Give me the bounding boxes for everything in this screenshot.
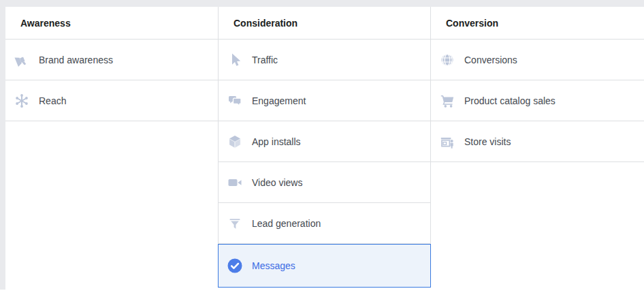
storefront-icon — [439, 134, 455, 150]
objective-lead-generation[interactable]: Lead generation — [218, 203, 431, 244]
objective-label: Engagement — [252, 95, 306, 106]
globe-icon — [439, 52, 455, 68]
video-camera-icon — [227, 174, 243, 191]
objective-reach[interactable]: Reach — [5, 80, 218, 121]
objective-label: Product catalog sales — [464, 95, 556, 106]
objective-label: Reach — [39, 95, 66, 106]
objective-messages[interactable]: Messages — [218, 244, 431, 288]
objective-label: Video views — [252, 177, 302, 188]
objective-picker: Awareness Brand awareness — [0, 0, 644, 293]
reach-icon — [14, 93, 30, 109]
shopping-cart-icon — [439, 93, 455, 109]
objective-engagement[interactable]: Engagement — [218, 80, 431, 121]
objective-label: Conversions — [464, 55, 517, 65]
objective-video-views[interactable]: Video views — [218, 162, 431, 203]
objective-label: App installs — [252, 136, 301, 147]
page-margin-top — [0, 0, 644, 7]
column-consideration: Consideration Traffic Engagement — [218, 7, 431, 293]
speech-bubbles-icon — [227, 93, 243, 109]
objective-columns: Awareness Brand awareness — [5, 7, 644, 293]
funnel-icon — [227, 215, 243, 232]
objective-label: Store visits — [464, 136, 511, 147]
cursor-icon — [227, 52, 243, 68]
objective-product-catalog-sales[interactable]: Product catalog sales — [431, 80, 644, 121]
objective-label: Brand awareness — [39, 55, 113, 65]
check-circle-icon — [227, 258, 243, 274]
objective-brand-awareness[interactable]: Brand awareness — [5, 40, 218, 80]
megaphone-icon — [14, 52, 30, 68]
column-header-awareness: Awareness — [5, 7, 218, 40]
objective-label: Messages — [252, 260, 295, 271]
cube-icon — [227, 134, 243, 150]
column-header-consideration: Consideration — [218, 7, 431, 40]
objective-label: Lead generation — [252, 218, 321, 229]
objective-conversions[interactable]: Conversions — [431, 40, 644, 80]
objective-store-visits[interactable]: Store visits — [431, 121, 644, 162]
objective-label: Traffic — [252, 55, 278, 65]
page-margin-left — [0, 0, 5, 290]
column-awareness: Awareness Brand awareness — [5, 7, 218, 293]
column-header-conversion: Conversion — [431, 7, 644, 40]
objective-app-installs[interactable]: App installs — [218, 121, 431, 162]
objective-traffic[interactable]: Traffic — [218, 40, 431, 80]
column-conversion: Conversion Conversions — [431, 7, 644, 293]
